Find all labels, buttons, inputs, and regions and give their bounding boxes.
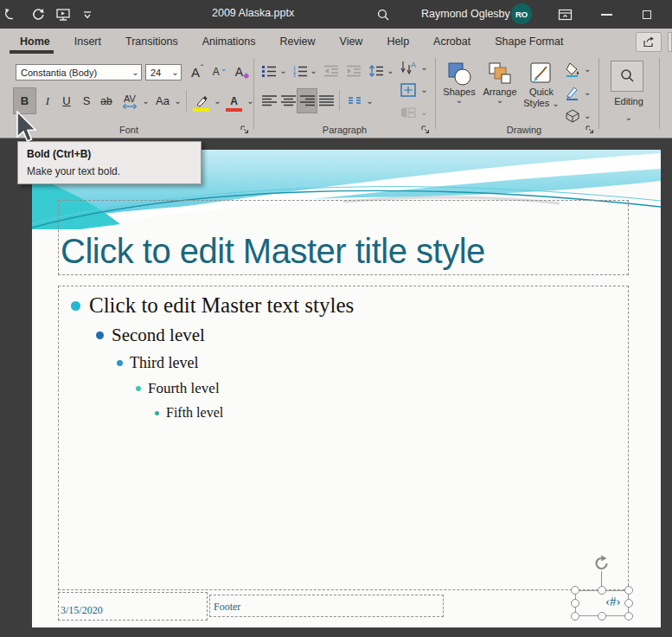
resize-handle-bottom-center[interactable] [598, 612, 606, 621]
shape-effects-dropdown-chevron[interactable]: ⌄ [584, 113, 591, 119]
decrease-indent-button[interactable] [322, 61, 341, 80]
user-name[interactable]: Raymond Oglesby [421, 8, 510, 20]
text-highlight-dropdown[interactable]: ⌄ [213, 88, 222, 113]
share-button[interactable] [636, 32, 662, 52]
tab-insert[interactable]: Insert [62, 29, 113, 55]
convert-to-smartart-dropdown[interactable]: ⌄ [419, 104, 429, 121]
character-spacing-button[interactable]: AV [118, 88, 141, 113]
resize-handle-middle-left[interactable] [571, 599, 579, 608]
shape-outline-button[interactable]: ⌄ [565, 83, 591, 102]
font-name-dropdown-chevron[interactable]: ⌄ [130, 70, 141, 75]
tab-review[interactable]: Review [268, 29, 328, 55]
resize-handle-bottom-left[interactable] [571, 612, 579, 621]
convert-to-smartart-button[interactable] [399, 104, 418, 121]
shape-outline-dropdown-chevron[interactable]: ⌄ [584, 90, 591, 95]
resize-handle-middle-right[interactable] [624, 599, 633, 608]
bold-button[interactable]: B [14, 88, 35, 113]
decrease-font-size-button[interactable]: A⌄ [209, 61, 230, 83]
arrange-button[interactable]: Arrange ⌄ [480, 59, 520, 121]
line-spacing-button[interactable] [367, 61, 386, 80]
tab-acrobat[interactable]: Acrobat [421, 29, 483, 55]
resize-handle-top-center[interactable] [598, 586, 606, 595]
text-highlight-color-button[interactable] [190, 88, 212, 113]
align-right-button[interactable] [298, 89, 317, 113]
align-text-button[interactable] [399, 81, 418, 99]
start-slideshow-button[interactable] [50, 3, 76, 27]
font-color-button[interactable]: A [223, 88, 245, 113]
resize-handle-bottom-right[interactable] [624, 612, 633, 621]
arrange-dropdown-chevron: ⌄ [496, 98, 503, 103]
paragraph-group-divider [339, 91, 340, 111]
body-level-4[interactable]: Fourth level [136, 380, 220, 397]
shapes-button[interactable]: Shapes ⌄ [440, 59, 478, 121]
change-case-button[interactable]: Aa [152, 88, 173, 113]
align-text-dropdown[interactable]: ⌄ [419, 81, 429, 99]
shape-fill-button[interactable]: ⌄ [565, 60, 591, 79]
font-dialog-launcher[interactable] [240, 125, 250, 135]
drawing-dialog-launcher[interactable] [585, 125, 595, 135]
document-title[interactable]: 2009 Alaska.pptx ⌄ [212, 7, 308, 19]
body-level-1[interactable]: Click to edit Master text styles [71, 293, 354, 318]
character-spacing-dropdown[interactable]: ⌄ [141, 88, 150, 113]
shape-effects-button[interactable]: ⌄ [565, 106, 591, 125]
redo-button[interactable] [26, 3, 50, 27]
user-avatar[interactable]: RO [511, 3, 532, 24]
align-left-button[interactable] [259, 89, 278, 113]
bullets-button[interactable] [259, 61, 278, 80]
font-size-combobox[interactable]: 24 ⌄ [145, 64, 182, 80]
maximize-button[interactable] [634, 3, 660, 27]
numbering-dropdown[interactable]: ⌄ [309, 61, 318, 80]
minimize-button[interactable] [593, 3, 619, 27]
bold-tooltip: Bold (Ctrl+B) Make your text bold. [17, 141, 202, 184]
font-size-dropdown-chevron[interactable]: ⌄ [170, 70, 181, 75]
editing-dropdown-chevron[interactable]: ⌄ [599, 108, 658, 124]
rotate-handle[interactable] [593, 555, 611, 572]
tab-view[interactable]: View [328, 29, 375, 55]
slide-number-placeholder[interactable]: ‹#› [575, 590, 629, 616]
columns-button[interactable] [344, 89, 365, 113]
slide-canvas[interactable]: Click to edit Master title style Click t… [32, 150, 661, 627]
text-shadow-button[interactable]: S [78, 88, 95, 113]
font-name-combobox[interactable]: Constantia (Body) ⌄ [16, 64, 142, 80]
body-level-3[interactable]: Third level [117, 354, 198, 372]
search-button[interactable] [372, 3, 394, 27]
quick-styles-button[interactable]: QuickStyles ⌄ [522, 59, 561, 121]
text-direction-button[interactable]: A [399, 59, 418, 76]
columns-dropdown[interactable]: ⌄ [365, 89, 374, 113]
shape-fill-dropdown-chevron[interactable]: ⌄ [584, 67, 591, 72]
title-bar: ⌄ 2009 Alaska.pptx ⌄ Raymond Oglesby RO [0, 0, 672, 29]
center-button[interactable] [278, 89, 298, 113]
numbering-button[interactable]: 123 [291, 61, 309, 80]
clear-formatting-button[interactable]: A◆ [232, 61, 253, 83]
justify-button[interactable] [317, 89, 336, 113]
document-title-dropdown-chevron[interactable]: ⌄ [300, 10, 307, 16]
italic-button[interactable]: I [39, 88, 56, 113]
bullets-dropdown[interactable]: ⌄ [278, 61, 288, 80]
text-direction-dropdown[interactable]: ⌄ [419, 59, 429, 76]
paragraph-dialog-launcher[interactable] [420, 125, 431, 135]
body-level-5[interactable]: Fifth level [155, 405, 223, 421]
resize-handle-top-right[interactable] [624, 586, 633, 595]
comments-button-partial[interactable] [668, 32, 672, 52]
line-spacing-dropdown[interactable]: ⌄ [386, 61, 395, 80]
tab-transitions[interactable]: Transitions [113, 29, 190, 55]
tab-shape-format[interactable]: Shape Format [483, 29, 575, 55]
strikethrough-button[interactable]: ab [95, 88, 118, 113]
date-placeholder[interactable]: 3/15/2020 [58, 592, 208, 621]
master-title-placeholder[interactable]: Click to edit Master title style [58, 200, 629, 275]
ribbon-display-options-button[interactable] [552, 3, 578, 27]
body-level-2[interactable]: Second level [96, 325, 205, 346]
master-body-placeholder[interactable]: Click to edit Master text styles Second … [58, 286, 629, 590]
footer-placeholder[interactable]: Footer [209, 595, 444, 617]
undo-button[interactable]: ⌄ [3, 3, 28, 27]
editing-button[interactable] [611, 61, 643, 92]
change-case-dropdown[interactable]: ⌄ [173, 88, 182, 113]
tab-help[interactable]: Help [374, 29, 421, 55]
resize-handle-top-left[interactable] [571, 586, 579, 595]
tab-home[interactable]: Home [8, 29, 62, 55]
increase-indent-button[interactable] [344, 61, 363, 80]
underline-button[interactable]: U [57, 88, 76, 113]
tab-animations[interactable]: Animations [190, 29, 268, 55]
increase-font-size-button[interactable]: Aˆ [187, 61, 208, 83]
customize-quick-access-toolbar-button[interactable] [78, 3, 97, 27]
